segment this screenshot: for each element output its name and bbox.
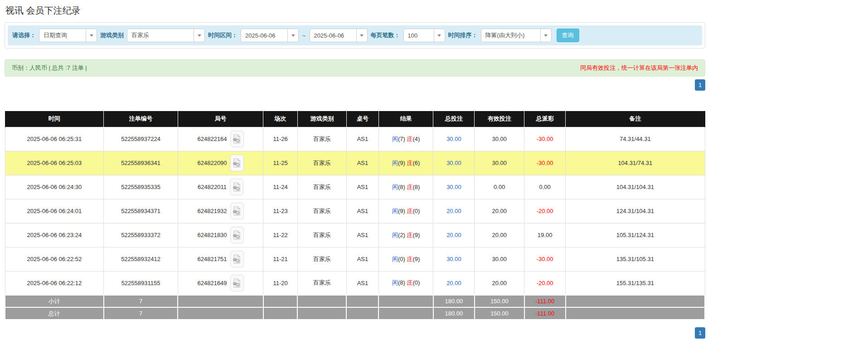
cell-bet-id: 522558933372	[104, 223, 178, 247]
total-bet-link[interactable]: 20.00	[446, 208, 461, 214]
total-bet-link[interactable]: 30.00	[446, 160, 461, 166]
result-player-label: 闲	[392, 208, 398, 214]
cell-result: 闲(0) 庄(9)	[378, 247, 433, 271]
cell-session: 11-21	[263, 247, 298, 271]
cell-round-id: 624821751	[178, 247, 263, 271]
subtotal-row: 小计 7 180.00 150.00 -111.00	[5, 295, 705, 307]
header-session: 场次	[263, 111, 298, 127]
cell-result: 闲(9) 庄(6)	[378, 151, 433, 175]
cell-remark: 74.31/44.31	[566, 127, 705, 151]
date-to-input[interactable]: 2025-06-06	[310, 29, 368, 42]
round-id: 624822090	[198, 160, 227, 166]
cell-time: 2025-06-06 06:25:31	[5, 127, 104, 151]
total-bet-link[interactable]: 20.00	[446, 280, 461, 286]
pagination-bottom: 1	[5, 327, 705, 339]
result-banker-score: (9)	[412, 232, 420, 238]
result-player-label: 闲	[392, 256, 398, 262]
date-range-label: 时间区间：	[208, 31, 238, 39]
date-range-separator: ~	[302, 32, 306, 39]
result-player-score: (0)	[398, 256, 405, 262]
sort-order-label: 时间排序：	[448, 31, 478, 39]
game-type-label: 游戏类别	[100, 31, 124, 39]
sort-order-select[interactable]: 降冪(由大到小)	[481, 29, 552, 42]
cell-remark: 124.31/104.31	[566, 199, 705, 223]
cell-time: 2025-06-06 06:22:12	[5, 271, 104, 295]
grand-total-bet: 180.00	[433, 307, 475, 320]
page-1-button[interactable]: 1	[695, 327, 705, 339]
table-row: 2025-06-06 06:25:31 522558937224 6248221…	[5, 127, 705, 151]
chevron-down-icon[interactable]	[194, 29, 204, 42]
cell-remark: 155.31/135.31	[566, 271, 705, 295]
total-bet-link[interactable]: 30.00	[446, 184, 461, 190]
result-banker-label: 庄	[407, 232, 412, 238]
chevron-down-icon[interactable]	[434, 29, 445, 42]
page-1-button[interactable]: 1	[695, 79, 705, 91]
result-player-label: 闲	[392, 232, 398, 238]
cell-valid-bet: 20.00	[475, 199, 524, 223]
cell-session: 11-24	[263, 175, 298, 199]
cell-payout: -30.00	[524, 247, 566, 271]
video-replay-icon[interactable]	[230, 275, 244, 291]
total-bet-link[interactable]: 20.00	[446, 232, 461, 238]
chevron-down-icon[interactable]	[287, 29, 298, 42]
page-size-value: 100	[404, 29, 434, 42]
cell-table-no: AS1	[346, 175, 378, 199]
cell-valid-bet: 30.00	[475, 151, 524, 175]
game-type-select[interactable]: 百家乐	[127, 29, 205, 42]
cell-total-bet: 30.00	[433, 247, 475, 271]
video-replay-icon[interactable]	[230, 155, 244, 171]
filter-panel: 请选择： 日期查询 游戏类别 百家乐 时间区间： 2025-06-06 ~ 20…	[5, 22, 705, 48]
query-type-select[interactable]: 日期查询	[39, 29, 97, 42]
video-replay-icon[interactable]	[230, 179, 243, 195]
date-from-input[interactable]: 2025-06-06	[241, 29, 299, 42]
video-replay-icon[interactable]	[230, 131, 244, 147]
round-id: 624821830	[198, 232, 227, 238]
cell-game-type: 百家乐	[297, 199, 346, 223]
cell-game-type: 百家乐	[297, 271, 346, 295]
chevron-down-icon[interactable]	[356, 29, 367, 42]
page-title: 视讯 会员下注纪录	[5, 5, 705, 17]
page-size-input[interactable]: 100	[403, 29, 445, 42]
cell-valid-bet: 30.00	[475, 127, 524, 151]
cell-table-no: AS1	[346, 199, 378, 223]
cell-round-id: 624822164	[178, 127, 263, 151]
grand-valid-bet: 150.00	[475, 307, 524, 320]
cell-bet-id: 522558932412	[104, 247, 178, 271]
total-bet-link[interactable]: 30.00	[446, 256, 461, 262]
result-player-score: (8)	[398, 279, 405, 286]
cell-total-bet: 20.00	[433, 271, 475, 295]
summary-note: 同局有效投注，统一计算在该局第一张注单内	[580, 64, 698, 72]
cell-session: 11-20	[263, 271, 298, 295]
grand-payout: -111.00	[524, 307, 566, 320]
header-total-bet: 总投注	[433, 111, 475, 127]
result-player-score: (8)	[398, 184, 405, 190]
cell-result: 闲(2) 庄(9)	[378, 223, 433, 247]
video-replay-icon[interactable]	[230, 251, 244, 267]
result-banker-label: 庄	[407, 208, 412, 214]
grand-total-label: 总计	[5, 307, 104, 320]
cell-game-type: 百家乐	[297, 151, 346, 175]
table-header: 时间 注单编号 局号 场次 游戏类别 桌号 结果 总投注 有效投注 总派彩 备注	[5, 111, 705, 127]
cell-time: 2025-06-06 06:23:24	[5, 223, 104, 247]
cell-game-type: 百家乐	[297, 127, 346, 151]
cell-result: 闲(8) 庄(8)	[378, 175, 433, 199]
total-bet-link[interactable]: 30.00	[446, 136, 461, 142]
cell-bet-id: 522558935335	[104, 175, 178, 199]
summary-currency-count: 币别：人民币 | 总共 :7 注单 |	[12, 64, 87, 72]
result-player-score: (2)	[398, 232, 405, 238]
video-replay-icon[interactable]	[230, 203, 244, 219]
query-type-label: 请选择：	[12, 31, 36, 39]
chevron-down-icon[interactable]	[86, 29, 97, 42]
cell-round-id: 624822090	[178, 151, 263, 175]
search-button[interactable]: 查询	[557, 29, 579, 42]
cell-result: 闲(7) 庄(4)	[378, 127, 433, 151]
result-banker-score: (9)	[412, 256, 420, 262]
chevron-down-icon[interactable]	[540, 29, 551, 42]
bet-records-table: 时间 注单编号 局号 场次 游戏类别 桌号 结果 总投注 有效投注 总派彩 备注…	[5, 111, 705, 320]
cell-game-type: 百家乐	[297, 247, 346, 271]
cell-total-bet: 20.00	[433, 199, 475, 223]
cell-time: 2025-06-06 06:24:30	[5, 175, 104, 199]
result-player-score: (9)	[398, 208, 405, 214]
video-replay-icon[interactable]	[230, 227, 244, 243]
page-size-label: 每页笔数：	[371, 31, 400, 39]
